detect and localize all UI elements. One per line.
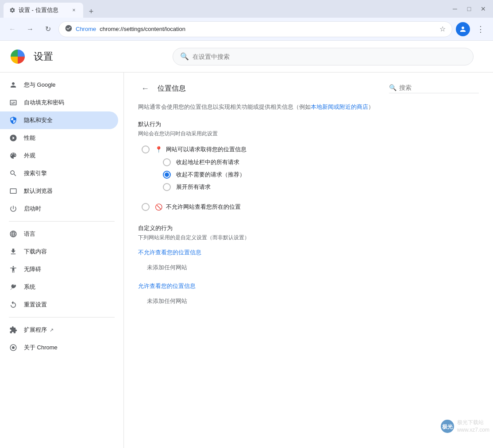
sidebar-label-browser: 默认浏览器 [24,187,53,195]
sidebar-divider-2 [9,317,115,318]
custom-section: 自定义的行为 下列网站采用的是自定义设置（而非默认设置） 不允许查看您的位置信息… [138,224,479,305]
tab-bar: 设置 - 位置信息 × + [4,0,443,18]
active-tab[interactable]: 设置 - 位置信息 × [4,3,83,18]
forward-nav-button[interactable]: → [23,22,37,36]
custom-section-title: 自定义的行为 [138,224,479,232]
allowed-section-link[interactable]: 允许查看您的位置信息 [138,282,479,290]
url-text: chrome://settings/content/location [100,26,436,32]
sidebar-item-privacy[interactable]: 隐私和安全 [0,111,118,129]
sub-radio-outer-3 [163,183,171,191]
back-nav-button[interactable]: ← [5,22,19,36]
sidebar-item-performance[interactable]: 性能 [0,129,118,147]
sub-radio-outer-1 [163,158,171,166]
svg-point-1 [12,346,15,349]
radio-block-label: 🚫 不允许网站查看您所在的位置 [155,203,241,211]
profile-button[interactable] [456,22,470,36]
sidebar-label-system: 系统 [24,283,35,291]
wrench-icon [9,283,18,291]
default-section-title: 默认行为 [138,120,479,128]
sidebar-label-accessibility: 无障碍 [24,265,41,273]
content-search-input[interactable] [399,84,479,91]
sidebar: 您与 Google 自动填充和密码 隐私和安全 [0,73,124,448]
sub-radio-inner-2 [165,172,169,177]
title-bar: 设置 - 位置信息 × + ─ □ ✕ [0,0,493,18]
shield-icon [9,116,18,125]
extensions-label-container: 扩展程序 ↗ [24,326,54,334]
main-content: 设置 🔍 您与 Google 自动填充和密 [0,41,493,448]
minimize-button[interactable]: ─ [449,3,461,15]
sidebar-item-extensions[interactable]: 扩展程序 ↗ [0,321,118,339]
settings-body: 您与 Google 自动填充和密码 隐私和安全 [0,73,493,448]
address-bar: ← → ↻ Chrome chrome://settings/content/l… [0,18,493,41]
download-icon [9,247,18,256]
radio-allow-label: 📍 网站可以请求取得您的位置信息 [155,146,246,153]
blocked-empty-text: 未添加任何网站 [147,264,479,272]
sub-radio-recommended[interactable]: 收起不需要的请求（推荐） [163,168,479,181]
sidebar-item-startup[interactable]: 启动时 [0,200,118,218]
location-icon: 📍 [155,146,162,153]
settings-header: 设置 🔍 [0,41,493,73]
sidebar-label-performance: 性能 [24,134,35,142]
watermark: 极光 极光下载站 www.xz7.com [440,419,489,434]
content-header: ← 位置信息 🔍 [138,81,479,96]
sidebar-item-system[interactable]: 系统 [0,278,118,296]
sidebar-label-reset: 重置设置 [24,301,47,309]
sidebar-item-about[interactable]: 关于 Chrome [0,339,118,356]
sidebar-item-downloads[interactable]: 下载内容 [0,243,118,260]
sidebar-item-reset[interactable]: 重置设置 [0,296,118,314]
tab-title: 设置 - 位置信息 [19,6,67,14]
menu-button[interactable]: ⋮ [474,22,488,36]
sub-radio-label-2: 收起不需要的请求（推荐） [176,171,245,179]
local-news-link[interactable]: 本地新闻或附近的商店 [311,103,368,110]
svg-text:极光: 极光 [442,424,453,430]
radio-block-item[interactable]: 🚫 不允许网站查看您所在的位置 [142,200,479,214]
sidebar-label-startup: 启动时 [24,205,41,213]
external-link-icon: ↗ [50,327,54,333]
content-search-icon: 🔍 [389,84,397,91]
radio-allow-item[interactable]: 📍 网站可以请求取得您的位置信息 [142,143,479,156]
back-button[interactable]: ← [138,81,152,96]
sidebar-item-browser[interactable]: 默认浏览器 [0,182,118,200]
puzzle-icon [9,325,18,334]
content-search-bar[interactable]: 🔍 [389,84,479,93]
sidebar-item-search[interactable]: 搜索引擎 [0,165,118,182]
new-tab-button[interactable]: + [85,5,97,18]
sub-radio-expand-all[interactable]: 展开所有请求 [163,181,479,193]
reload-button[interactable]: ↻ [41,22,55,36]
sidebar-item-accessibility[interactable]: 无障碍 [0,260,118,278]
sidebar-label-downloads: 下载内容 [24,248,47,256]
sidebar-item-autofill[interactable]: 自动填充和密码 [0,94,118,111]
radio-allow-group: 📍 网站可以请求取得您的位置信息 收起地址栏中的所有请求 [142,143,479,193]
person-icon [9,80,18,89]
globe-icon [9,230,18,238]
sub-radio-group: 收起地址栏中的所有请求 收起不需要的请求（推荐） 展开所有请求 [163,156,479,193]
settings-search-bar[interactable]: 🔍 [173,48,474,65]
sidebar-item-language[interactable]: 语言 [0,225,118,243]
settings-search-input[interactable] [193,53,466,60]
sub-radio-label-1: 收起地址栏中的所有请求 [176,158,239,166]
sidebar-item-appearance[interactable]: 外观 [0,147,118,165]
sub-radio-label-3: 展开所有请求 [176,183,211,191]
reset-icon [9,300,18,309]
sub-radio-collapse-all[interactable]: 收起地址栏中的所有请求 [163,156,479,168]
close-button[interactable]: ✕ [477,3,489,15]
tab-close-button[interactable]: × [70,6,78,14]
chrome-logo [11,50,25,64]
bookmark-icon[interactable]: ☆ [439,25,446,33]
sidebar-item-google[interactable]: 您与 Google [0,76,118,94]
browser-icon [9,187,18,195]
maximize-button[interactable]: □ [463,3,475,15]
chrome-icon [9,343,18,352]
sidebar-label-extensions: 扩展程序 [24,326,47,334]
sidebar-divider-1 [9,221,115,222]
sidebar-label-appearance: 外观 [24,152,35,160]
sub-radio-outer-2 [163,171,171,179]
custom-section-subtitle: 下列网站采用的是自定义设置（而非默认设置） [138,234,479,241]
tab-settings-icon [9,7,16,14]
palette-icon [9,151,18,160]
blocked-section-link[interactable]: 不允许查看您的位置信息 [138,249,479,257]
sidebar-label-about: 关于 Chrome [24,344,58,352]
url-bar[interactable]: Chrome chrome://settings/content/locatio… [58,21,452,37]
window-controls: ─ □ ✕ [449,3,489,15]
settings-title: 设置 [34,50,53,63]
